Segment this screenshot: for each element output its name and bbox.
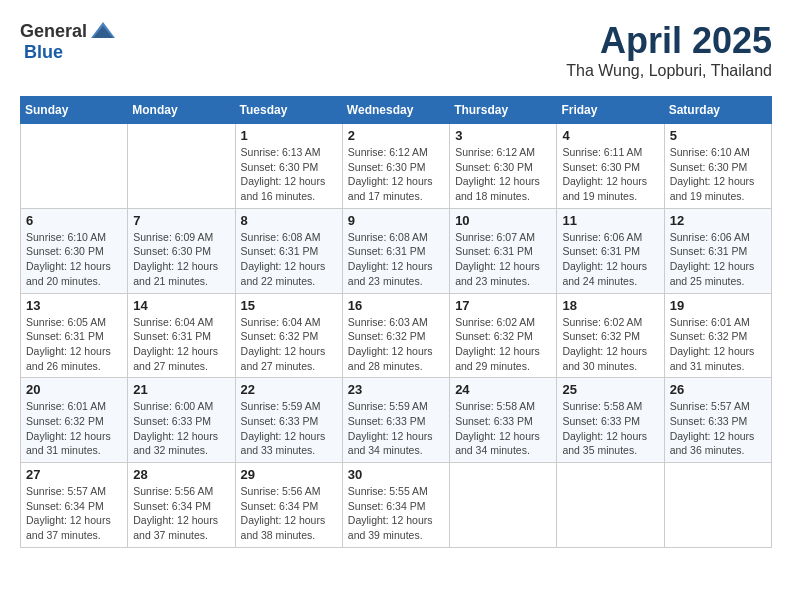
day-number: 5 [670, 128, 766, 143]
day-info: Sunrise: 6:13 AMSunset: 6:30 PMDaylight:… [241, 146, 326, 202]
calendar-cell [21, 124, 128, 209]
day-number: 15 [241, 298, 337, 313]
day-info: Sunrise: 6:10 AMSunset: 6:30 PMDaylight:… [26, 231, 111, 287]
calendar-cell: 3 Sunrise: 6:12 AMSunset: 6:30 PMDayligh… [450, 124, 557, 209]
day-info: Sunrise: 6:03 AMSunset: 6:32 PMDaylight:… [348, 316, 433, 372]
day-number: 7 [133, 213, 229, 228]
day-number: 4 [562, 128, 658, 143]
logo-icon [89, 20, 117, 42]
day-number: 3 [455, 128, 551, 143]
calendar-cell: 7 Sunrise: 6:09 AMSunset: 6:30 PMDayligh… [128, 208, 235, 293]
day-info: Sunrise: 5:56 AMSunset: 6:34 PMDaylight:… [133, 485, 218, 541]
day-number: 30 [348, 467, 444, 482]
day-number: 13 [26, 298, 122, 313]
calendar-week-row: 27 Sunrise: 5:57 AMSunset: 6:34 PMDaylig… [21, 463, 772, 548]
day-number: 18 [562, 298, 658, 313]
day-number: 24 [455, 382, 551, 397]
calendar-cell: 15 Sunrise: 6:04 AMSunset: 6:32 PMDaylig… [235, 293, 342, 378]
day-number: 12 [670, 213, 766, 228]
logo: General Blue [20, 20, 117, 63]
day-info: Sunrise: 6:12 AMSunset: 6:30 PMDaylight:… [455, 146, 540, 202]
day-number: 6 [26, 213, 122, 228]
weekday-header-row: SundayMondayTuesdayWednesdayThursdayFrid… [21, 97, 772, 124]
day-info: Sunrise: 6:09 AMSunset: 6:30 PMDaylight:… [133, 231, 218, 287]
calendar-cell: 9 Sunrise: 6:08 AMSunset: 6:31 PMDayligh… [342, 208, 449, 293]
day-number: 8 [241, 213, 337, 228]
calendar-cell: 23 Sunrise: 5:59 AMSunset: 6:33 PMDaylig… [342, 378, 449, 463]
calendar-cell: 6 Sunrise: 6:10 AMSunset: 6:30 PMDayligh… [21, 208, 128, 293]
calendar-week-row: 6 Sunrise: 6:10 AMSunset: 6:30 PMDayligh… [21, 208, 772, 293]
weekday-header-tuesday: Tuesday [235, 97, 342, 124]
day-number: 17 [455, 298, 551, 313]
day-number: 1 [241, 128, 337, 143]
calendar-cell: 5 Sunrise: 6:10 AMSunset: 6:30 PMDayligh… [664, 124, 771, 209]
day-number: 16 [348, 298, 444, 313]
calendar-cell: 26 Sunrise: 5:57 AMSunset: 6:33 PMDaylig… [664, 378, 771, 463]
day-info: Sunrise: 6:05 AMSunset: 6:31 PMDaylight:… [26, 316, 111, 372]
day-number: 20 [26, 382, 122, 397]
day-info: Sunrise: 5:55 AMSunset: 6:34 PMDaylight:… [348, 485, 433, 541]
day-number: 2 [348, 128, 444, 143]
day-info: Sunrise: 6:12 AMSunset: 6:30 PMDaylight:… [348, 146, 433, 202]
calendar-cell: 29 Sunrise: 5:56 AMSunset: 6:34 PMDaylig… [235, 463, 342, 548]
day-info: Sunrise: 5:57 AMSunset: 6:33 PMDaylight:… [670, 400, 755, 456]
day-number: 29 [241, 467, 337, 482]
day-info: Sunrise: 6:06 AMSunset: 6:31 PMDaylight:… [562, 231, 647, 287]
calendar-cell [557, 463, 664, 548]
calendar-cell: 24 Sunrise: 5:58 AMSunset: 6:33 PMDaylig… [450, 378, 557, 463]
calendar-cell: 21 Sunrise: 6:00 AMSunset: 6:33 PMDaylig… [128, 378, 235, 463]
day-number: 19 [670, 298, 766, 313]
calendar-cell: 18 Sunrise: 6:02 AMSunset: 6:32 PMDaylig… [557, 293, 664, 378]
day-number: 26 [670, 382, 766, 397]
day-info: Sunrise: 5:56 AMSunset: 6:34 PMDaylight:… [241, 485, 326, 541]
day-number: 9 [348, 213, 444, 228]
calendar-cell: 13 Sunrise: 6:05 AMSunset: 6:31 PMDaylig… [21, 293, 128, 378]
day-info: Sunrise: 5:59 AMSunset: 6:33 PMDaylight:… [241, 400, 326, 456]
day-info: Sunrise: 6:08 AMSunset: 6:31 PMDaylight:… [241, 231, 326, 287]
calendar-cell: 22 Sunrise: 5:59 AMSunset: 6:33 PMDaylig… [235, 378, 342, 463]
calendar-cell [128, 124, 235, 209]
day-info: Sunrise: 5:57 AMSunset: 6:34 PMDaylight:… [26, 485, 111, 541]
day-info: Sunrise: 6:10 AMSunset: 6:30 PMDaylight:… [670, 146, 755, 202]
day-info: Sunrise: 6:02 AMSunset: 6:32 PMDaylight:… [455, 316, 540, 372]
day-number: 25 [562, 382, 658, 397]
calendar-cell: 11 Sunrise: 6:06 AMSunset: 6:31 PMDaylig… [557, 208, 664, 293]
calendar-cell [664, 463, 771, 548]
weekday-header-thursday: Thursday [450, 97, 557, 124]
day-info: Sunrise: 6:04 AMSunset: 6:32 PMDaylight:… [241, 316, 326, 372]
title-block: April 2025 Tha Wung, Lopburi, Thailand [566, 20, 772, 80]
calendar-cell: 30 Sunrise: 5:55 AMSunset: 6:34 PMDaylig… [342, 463, 449, 548]
calendar-cell: 20 Sunrise: 6:01 AMSunset: 6:32 PMDaylig… [21, 378, 128, 463]
location-title: Tha Wung, Lopburi, Thailand [566, 62, 772, 80]
calendar-cell: 12 Sunrise: 6:06 AMSunset: 6:31 PMDaylig… [664, 208, 771, 293]
calendar-cell: 10 Sunrise: 6:07 AMSunset: 6:31 PMDaylig… [450, 208, 557, 293]
day-number: 14 [133, 298, 229, 313]
day-number: 21 [133, 382, 229, 397]
weekday-header-saturday: Saturday [664, 97, 771, 124]
day-info: Sunrise: 6:04 AMSunset: 6:31 PMDaylight:… [133, 316, 218, 372]
day-number: 22 [241, 382, 337, 397]
calendar-cell: 19 Sunrise: 6:01 AMSunset: 6:32 PMDaylig… [664, 293, 771, 378]
calendar-cell: 16 Sunrise: 6:03 AMSunset: 6:32 PMDaylig… [342, 293, 449, 378]
logo-general: General [20, 21, 87, 42]
calendar-week-row: 1 Sunrise: 6:13 AMSunset: 6:30 PMDayligh… [21, 124, 772, 209]
calendar-cell: 1 Sunrise: 6:13 AMSunset: 6:30 PMDayligh… [235, 124, 342, 209]
day-info: Sunrise: 6:06 AMSunset: 6:31 PMDaylight:… [670, 231, 755, 287]
day-info: Sunrise: 6:01 AMSunset: 6:32 PMDaylight:… [26, 400, 111, 456]
day-info: Sunrise: 5:59 AMSunset: 6:33 PMDaylight:… [348, 400, 433, 456]
day-number: 11 [562, 213, 658, 228]
weekday-header-wednesday: Wednesday [342, 97, 449, 124]
calendar-cell: 14 Sunrise: 6:04 AMSunset: 6:31 PMDaylig… [128, 293, 235, 378]
weekday-header-friday: Friday [557, 97, 664, 124]
day-number: 27 [26, 467, 122, 482]
day-info: Sunrise: 6:11 AMSunset: 6:30 PMDaylight:… [562, 146, 647, 202]
day-info: Sunrise: 6:02 AMSunset: 6:32 PMDaylight:… [562, 316, 647, 372]
day-info: Sunrise: 5:58 AMSunset: 6:33 PMDaylight:… [455, 400, 540, 456]
calendar-table: SundayMondayTuesdayWednesdayThursdayFrid… [20, 96, 772, 548]
day-info: Sunrise: 6:07 AMSunset: 6:31 PMDaylight:… [455, 231, 540, 287]
page-header: General Blue April 2025 Tha Wung, Lopbur… [20, 20, 772, 80]
calendar-cell [450, 463, 557, 548]
calendar-cell: 25 Sunrise: 5:58 AMSunset: 6:33 PMDaylig… [557, 378, 664, 463]
calendar-cell: 17 Sunrise: 6:02 AMSunset: 6:32 PMDaylig… [450, 293, 557, 378]
day-number: 10 [455, 213, 551, 228]
